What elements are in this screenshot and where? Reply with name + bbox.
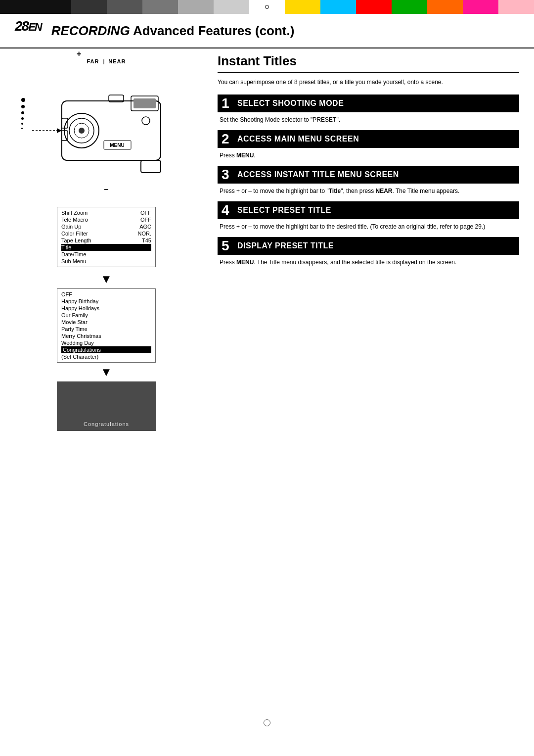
title-happy-birthday: Happy Birthday <box>61 298 151 305</box>
color-block-pink-dark <box>463 0 498 14</box>
menu-row-tele-macro: Tele Macro OFF <box>61 216 151 223</box>
step-4-number: 4 <box>222 203 233 217</box>
right-panel: Instant Titles You can superimpose one o… <box>208 48 534 756</box>
color-block-orange <box>427 0 463 14</box>
title-our-family: Our Family <box>61 312 151 319</box>
color-block-cyan <box>320 0 356 14</box>
step-3-title: ACCESS INSTANT TITLE MENU SCREEN <box>237 170 399 179</box>
intro-text: You can superimpose one of 8 preset titl… <box>218 78 519 87</box>
menu-row-shift-zoom: Shift Zoom OFF <box>61 209 151 216</box>
title-wedding-day: Wedding Day <box>61 339 151 346</box>
center-dot <box>249 0 285 14</box>
step-1-block: 1 SELECT SHOOTING MODE Set the Shooting … <box>218 94 519 125</box>
title-set-character: (Set Character) <box>61 353 151 360</box>
dots-indicator <box>21 98 25 129</box>
titles-list-box: OFF Happy Birthday Happy Holidays Our Fa… <box>57 288 156 363</box>
color-block-5 <box>142 0 178 14</box>
svg-text:MENU: MENU <box>110 142 124 148</box>
recording-label: RECORDING <box>51 23 130 38</box>
color-block-1 <box>0 0 36 14</box>
svg-point-9 <box>142 117 150 125</box>
step-3-block: 3 ACCESS INSTANT TITLE MENU SCREEN Press… <box>218 166 519 196</box>
header-title: RECORDING Advanced Features (cont.) <box>51 23 295 39</box>
step-3-desc: Press + or – to move the highlight bar t… <box>218 186 519 196</box>
step-2-desc: Press MENU. <box>218 150 519 161</box>
page-header: 28EN RECORDING Advanced Features (cont.) <box>0 14 534 48</box>
far-label: FAR <box>87 58 99 64</box>
step-2-block: 2 ACCESS MAIN MENU SCREEN Press MENU. <box>218 130 519 161</box>
preview-box: Congratulations <box>57 381 156 431</box>
step-1-desc: Set the Shooting Mode selector to "PRESE… <box>218 114 519 125</box>
title-merry-christmas: Merry Christmas <box>61 332 151 339</box>
svg-rect-6 <box>134 98 156 108</box>
svg-point-4 <box>79 128 85 134</box>
step-1-number: 1 <box>222 96 233 110</box>
step-4-title: SELECT PRESET TITLE <box>237 205 331 215</box>
menu-box-1: Shift Zoom OFF Tele Macro OFF Gain Up AG… <box>57 207 156 267</box>
step-2-number: 2 <box>222 132 233 146</box>
menu-row-title-highlighted: Title <box>61 244 151 251</box>
header-subtitle: Advanced Features (cont.) <box>133 23 295 38</box>
step-3-header: 3 ACCESS INSTANT TITLE MENU SCREEN <box>218 166 519 184</box>
menu-row-date-time: Date/Time <box>61 251 151 258</box>
svg-marker-15 <box>57 128 62 133</box>
step-4-desc: Press + or – to move the highlight bar t… <box>218 221 519 232</box>
minus-label: – <box>17 185 195 194</box>
menu-row-color-filter: Color Filter NOR. <box>61 230 151 237</box>
color-block-7 <box>214 0 249 14</box>
title-movie-star: Movie Star <box>61 319 151 326</box>
near-label: NEAR <box>108 58 126 64</box>
step-5-number: 5 <box>222 239 233 253</box>
step-3-number: 3 <box>222 168 233 182</box>
step-1-title: SELECT SHOOTING MODE <box>237 98 344 108</box>
title-congratulations-highlighted: Congratulations <box>61 346 151 353</box>
main-content: + FAR | NEAR <box>0 48 534 756</box>
color-block-4 <box>107 0 142 14</box>
color-block-3 <box>71 0 107 14</box>
step-4-header: 4 SELECT PRESET TITLE <box>218 201 519 219</box>
page-suffix: EN <box>28 21 42 33</box>
step-2-title: ACCESS MAIN MENU SCREEN <box>237 134 359 143</box>
left-panel: + FAR | NEAR <box>0 48 208 756</box>
step-5-desc: Press MENU. The Title menu disappears, a… <box>218 257 519 268</box>
camera-diagram-area: + FAR | NEAR <box>17 58 195 202</box>
color-block-6 <box>178 0 214 14</box>
step-5-block: 5 DISPLAY PRESET TITLE Press MENU. The T… <box>218 237 519 268</box>
color-block-red <box>356 0 392 14</box>
instant-titles-heading: Instant Titles <box>218 53 519 73</box>
arrow-down-2: ▼ <box>57 365 156 379</box>
title-off: OFF <box>61 291 151 298</box>
preview-text: Congratulations <box>84 421 129 427</box>
menu-row-sub-menu: Sub Menu <box>61 258 151 265</box>
svg-rect-0 <box>62 101 161 160</box>
top-color-bar <box>0 0 534 14</box>
plus-label: + <box>77 49 81 58</box>
page-number-text: 28 <box>15 18 28 34</box>
arrow-down-1: ▼ <box>57 272 156 286</box>
step-5-title: DISPLAY PRESET TITLE <box>237 241 334 250</box>
step-5-header: 5 DISPLAY PRESET TITLE <box>218 237 519 255</box>
menu-row-tape-length: Tape Length T45 <box>61 237 151 244</box>
page-number: 28EN <box>15 18 42 44</box>
step-1-header: 1 SELECT SHOOTING MODE <box>218 94 519 112</box>
bottom-crosshair <box>264 719 270 726</box>
color-block-green <box>392 0 427 14</box>
color-block-yellow <box>285 0 320 14</box>
title-happy-holidays: Happy Holidays <box>61 305 151 312</box>
title-party-time: Party Time <box>61 326 151 332</box>
menu-row-gain-up: Gain Up AGC <box>61 223 151 230</box>
step-2-header: 2 ACCESS MAIN MENU SCREEN <box>218 130 519 148</box>
color-block-2 <box>36 0 71 14</box>
svg-rect-7 <box>141 160 161 173</box>
step-4-block: 4 SELECT PRESET TITLE Press + or – to mo… <box>218 201 519 232</box>
camera-illustration: MENU <box>17 66 195 185</box>
color-block-pink-light <box>498 0 534 14</box>
